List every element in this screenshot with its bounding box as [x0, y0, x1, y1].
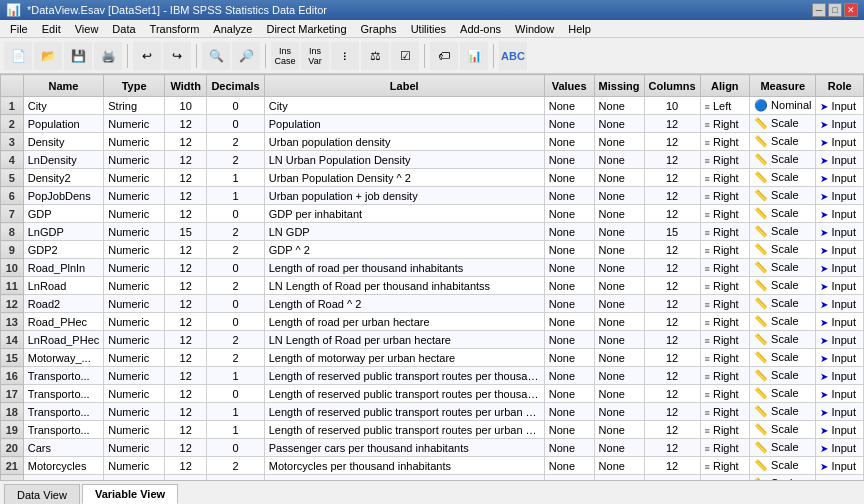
cell-type[interactable]: Numeric: [104, 169, 165, 187]
cell-decimals[interactable]: 2: [207, 151, 264, 169]
cell-width[interactable]: 12: [165, 349, 207, 367]
cell-type[interactable]: Numeric: [104, 475, 165, 481]
cell-missing[interactable]: None: [594, 403, 644, 421]
cell-values[interactable]: None: [544, 295, 594, 313]
cell-label[interactable]: Passenger cars per thousand inhabitants: [264, 439, 544, 457]
new-button[interactable]: 📄: [4, 42, 32, 70]
table-row[interactable]: 4 LnDensity Numeric 12 2 LN Urban Popula…: [1, 151, 864, 169]
cell-decimals[interactable]: 2: [207, 475, 264, 481]
cell-columns[interactable]: 12: [644, 439, 700, 457]
cell-decimals[interactable]: 1: [207, 403, 264, 421]
cell-type[interactable]: Numeric: [104, 277, 165, 295]
cell-missing[interactable]: None: [594, 97, 644, 115]
cell-name[interactable]: LnRoad_PHec: [23, 331, 104, 349]
menu-view[interactable]: View: [69, 22, 105, 36]
cell-align[interactable]: ≡ Left: [700, 97, 749, 115]
cell-values[interactable]: None: [544, 151, 594, 169]
cell-role[interactable]: ➤ Input: [816, 205, 864, 223]
table-row[interactable]: 22 Taxis Numeric 12 2 Taxis per thousand…: [1, 475, 864, 481]
cell-role[interactable]: ➤ Input: [816, 331, 864, 349]
cell-decimals[interactable]: 0: [207, 115, 264, 133]
cell-name[interactable]: Taxis: [23, 475, 104, 481]
cell-width[interactable]: 12: [165, 385, 207, 403]
cell-width[interactable]: 12: [165, 457, 207, 475]
cell-label[interactable]: Length of reserved public transport rout…: [264, 421, 544, 439]
cell-role[interactable]: ➤ Input: [816, 475, 864, 481]
tab-variable-view[interactable]: Variable View: [82, 484, 178, 504]
spell-button[interactable]: ABC: [499, 42, 527, 70]
cell-name[interactable]: Transporto...: [23, 421, 104, 439]
cell-columns[interactable]: 12: [644, 313, 700, 331]
table-row[interactable]: 6 PopJobDens Numeric 12 1 Urban populati…: [1, 187, 864, 205]
cell-width[interactable]: 12: [165, 241, 207, 259]
cell-role[interactable]: ➤ Input: [816, 439, 864, 457]
cell-values[interactable]: None: [544, 205, 594, 223]
cell-name[interactable]: PopJobDens: [23, 187, 104, 205]
cell-columns[interactable]: 12: [644, 151, 700, 169]
cell-measure[interactable]: 📏 Scale: [750, 151, 816, 169]
cell-type[interactable]: Numeric: [104, 349, 165, 367]
cell-role[interactable]: ➤ Input: [816, 277, 864, 295]
cell-missing[interactable]: None: [594, 367, 644, 385]
cell-width[interactable]: 12: [165, 133, 207, 151]
minimize-button[interactable]: ─: [812, 3, 826, 17]
cell-missing[interactable]: None: [594, 241, 644, 259]
cell-align[interactable]: ≡ Right: [700, 439, 749, 457]
cell-values[interactable]: None: [544, 331, 594, 349]
table-row[interactable]: 11 LnRoad Numeric 12 2 LN Length of Road…: [1, 277, 864, 295]
menu-graphs[interactable]: Graphs: [355, 22, 403, 36]
cell-name[interactable]: Transporto...: [23, 403, 104, 421]
cell-measure[interactable]: 📏 Scale: [750, 115, 816, 133]
maximize-button[interactable]: □: [828, 3, 842, 17]
cell-values[interactable]: None: [544, 457, 594, 475]
cell-values[interactable]: None: [544, 349, 594, 367]
cell-label[interactable]: Length of road per urban hectare: [264, 313, 544, 331]
cell-role[interactable]: ➤ Input: [816, 223, 864, 241]
cell-align[interactable]: ≡ Right: [700, 277, 749, 295]
cell-measure[interactable]: 📏 Scale: [750, 367, 816, 385]
cell-align[interactable]: ≡ Right: [700, 259, 749, 277]
cell-label[interactable]: LN GDP: [264, 223, 544, 241]
cell-align[interactable]: ≡ Right: [700, 385, 749, 403]
cell-width[interactable]: 12: [165, 313, 207, 331]
cell-role[interactable]: ➤ Input: [816, 151, 864, 169]
cell-columns[interactable]: 12: [644, 277, 700, 295]
cell-label[interactable]: Taxis per thousand inhabitants: [264, 475, 544, 481]
cell-type[interactable]: Numeric: [104, 187, 165, 205]
cell-role[interactable]: ➤ Input: [816, 421, 864, 439]
cell-measure[interactable]: 📏 Scale: [750, 241, 816, 259]
col-columns[interactable]: Columns: [644, 75, 700, 97]
cell-type[interactable]: Numeric: [104, 313, 165, 331]
col-name[interactable]: Name: [23, 75, 104, 97]
cell-align[interactable]: ≡ Right: [700, 187, 749, 205]
table-row[interactable]: 1 City String 10 0 City None None 10 ≡ L…: [1, 97, 864, 115]
cell-decimals[interactable]: 2: [207, 457, 264, 475]
cell-label[interactable]: Urban population + job density: [264, 187, 544, 205]
cell-missing[interactable]: None: [594, 133, 644, 151]
cell-width[interactable]: 12: [165, 115, 207, 133]
cell-columns[interactable]: 12: [644, 457, 700, 475]
cell-values[interactable]: None: [544, 313, 594, 331]
cell-name[interactable]: Road2: [23, 295, 104, 313]
cell-type[interactable]: Numeric: [104, 403, 165, 421]
cell-decimals[interactable]: 0: [207, 313, 264, 331]
undo-button[interactable]: ↩: [133, 42, 161, 70]
cell-align[interactable]: ≡ Right: [700, 151, 749, 169]
cell-align[interactable]: ≡ Right: [700, 475, 749, 481]
cell-label[interactable]: Length of motorway per urban hectare: [264, 349, 544, 367]
cell-label[interactable]: GDP per inhabitant: [264, 205, 544, 223]
cell-type[interactable]: String: [104, 97, 165, 115]
split-button[interactable]: ⫶: [331, 42, 359, 70]
cell-align[interactable]: ≡ Right: [700, 223, 749, 241]
table-row[interactable]: 7 GDP Numeric 12 0 GDP per inhabitant No…: [1, 205, 864, 223]
cell-values[interactable]: None: [544, 115, 594, 133]
cell-width[interactable]: 12: [165, 331, 207, 349]
cell-values[interactable]: None: [544, 133, 594, 151]
cell-align[interactable]: ≡ Right: [700, 331, 749, 349]
cell-values[interactable]: None: [544, 259, 594, 277]
cell-width[interactable]: 12: [165, 187, 207, 205]
cell-values[interactable]: None: [544, 169, 594, 187]
table-row[interactable]: 19 Transporto... Numeric 12 1 Length of …: [1, 421, 864, 439]
cell-align[interactable]: ≡ Right: [700, 115, 749, 133]
cell-missing[interactable]: None: [594, 349, 644, 367]
